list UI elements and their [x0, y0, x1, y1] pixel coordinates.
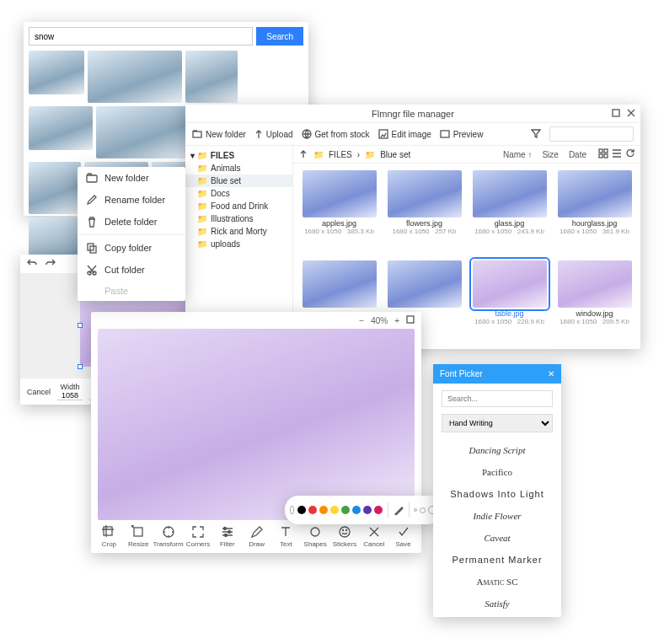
edit-image-button[interactable]: Edit image — [378, 129, 431, 139]
brush-color-swatch[interactable] — [319, 506, 328, 514]
svg-rect-16 — [134, 528, 142, 536]
tool-corners[interactable]: Corners — [184, 525, 213, 548]
brush-color-swatch[interactable] — [352, 506, 361, 514]
tool-cancel[interactable]: Cancel — [359, 525, 388, 548]
close-icon[interactable] — [627, 109, 635, 119]
brush-color-swatch[interactable] — [330, 506, 339, 514]
search-input[interactable] — [29, 27, 253, 46]
brush-color-swatch[interactable] — [308, 506, 317, 514]
brush-size-med[interactable] — [420, 507, 426, 513]
font-search-input[interactable] — [442, 390, 553, 407]
view-list-icon[interactable] — [612, 148, 622, 160]
brush-color-swatch[interactable] — [341, 506, 350, 514]
result-thumb[interactable] — [185, 51, 238, 103]
tool-resize[interactable]: Resize — [124, 525, 153, 548]
tool-text[interactable]: Text — [271, 525, 301, 548]
font-option[interactable]: Indie Flower — [433, 505, 561, 527]
preview-button[interactable]: Preview — [440, 129, 484, 139]
tool-draw[interactable]: Draw — [242, 525, 271, 548]
tool-shapes[interactable]: Shapes — [301, 525, 330, 548]
filter-input[interactable] — [549, 126, 634, 142]
svg-rect-13 — [604, 154, 608, 158]
sort-name[interactable]: Name ↑ — [503, 150, 532, 159]
undo-icon[interactable] — [27, 258, 37, 270]
zoom-value: 40% — [371, 316, 388, 325]
font-option[interactable]: Shadows Into Light — [433, 483, 561, 505]
tree-node[interactable]: 📁 Blue set — [185, 174, 292, 187]
svg-rect-0 — [87, 175, 97, 182]
zoom-in-icon[interactable]: + — [394, 316, 399, 325]
result-thumb[interactable] — [29, 51, 84, 94]
filter-icon[interactable] — [531, 128, 541, 140]
up-icon[interactable] — [298, 148, 308, 160]
font-option[interactable]: Satisfy — [433, 593, 561, 614]
maximize-icon[interactable] — [612, 109, 620, 119]
sort-size[interactable]: Size — [542, 150, 558, 159]
svg-point-24 — [345, 530, 346, 531]
font-option[interactable]: Caveat — [433, 527, 561, 549]
upload-button[interactable]: Upload — [254, 129, 293, 139]
tool-save[interactable]: Save — [388, 525, 418, 548]
editor-canvas[interactable] — [98, 329, 415, 520]
svg-rect-8 — [379, 130, 388, 138]
svg-rect-9 — [441, 131, 449, 137]
file-item[interactable]: window.jpg1680 x 1050 209.5 Kb — [555, 260, 634, 342]
ctx-rename-folder[interactable]: Rename folder — [78, 189, 185, 211]
window-title: Flmngr file manager — [372, 109, 454, 119]
breadcrumb[interactable]: Blue set — [380, 150, 410, 159]
svg-point-22 — [340, 527, 350, 537]
crop-width-input[interactable] — [57, 391, 83, 400]
result-thumb[interactable] — [96, 106, 190, 158]
fullscreen-icon[interactable] — [406, 315, 415, 325]
ctx-new-folder[interactable]: New folder — [78, 167, 185, 189]
tree-node[interactable]: 📁 uploads — [185, 238, 292, 250]
search-button[interactable]: Search — [256, 27, 303, 46]
tree-node[interactable]: 📁 Docs — [185, 187, 292, 200]
brush-color-swatch[interactable] — [374, 506, 383, 514]
brush-color-swatch[interactable] — [363, 506, 372, 514]
get-from-stock-button[interactable]: Get from stock — [302, 129, 370, 139]
new-folder-button[interactable]: New folder — [192, 129, 246, 139]
result-thumb[interactable] — [88, 51, 182, 103]
redo-icon[interactable] — [46, 258, 56, 270]
breadcrumb[interactable]: FILES — [329, 150, 352, 159]
color-none-icon[interactable] — [290, 506, 294, 514]
result-thumb[interactable] — [29, 106, 93, 150]
svg-point-18 — [223, 528, 226, 530]
font-option[interactable]: Dancing Script — [433, 439, 561, 461]
tool-stickers[interactable]: Stickers — [330, 525, 360, 548]
file-item[interactable]: hourglass.jpg1680 x 1050 361.9 Kb — [555, 170, 634, 252]
file-item[interactable]: table.jpg1680 x 1050 228.9 Kb — [470, 260, 549, 342]
font-category-select[interactable]: Hand Writing — [442, 414, 553, 432]
ctx-delete-folder[interactable]: Delete folder — [78, 211, 185, 233]
sort-date[interactable]: Date — [569, 150, 586, 159]
tree-node[interactable]: 📁 Food and Drink — [185, 200, 292, 212]
brush-color-swatch[interactable] — [297, 506, 306, 514]
font-option[interactable]: Permanent Marker — [433, 549, 561, 571]
file-item[interactable]: flowers.jpg1680 x 1050 257 Kb — [385, 170, 463, 252]
font-option[interactable]: Amatic SC — [433, 571, 561, 593]
file-item[interactable]: apples.jpg1680 x 1050 385.3 Kb — [300, 170, 378, 252]
ctx-paste: Paste — [78, 281, 185, 301]
result-thumb[interactable] — [29, 162, 81, 214]
tool-crop[interactable]: Crop — [94, 525, 124, 548]
cancel-button[interactable]: Cancel — [27, 388, 51, 396]
svg-rect-14 — [407, 316, 414, 323]
close-icon[interactable]: ✕ — [548, 369, 554, 378]
font-option[interactable]: Pacifico — [433, 461, 561, 483]
brush-type-icon[interactable] — [394, 505, 404, 516]
tree-node[interactable]: 📁 Animals — [185, 162, 292, 174]
tree-node[interactable]: 📁 Rick and Morty — [185, 225, 292, 238]
tree-root[interactable]: ▾ 📁 FILES — [185, 149, 292, 162]
tool-filter[interactable]: Filter — [212, 525, 242, 548]
brush-size-small[interactable] — [414, 508, 417, 512]
view-grid-icon[interactable] — [598, 148, 608, 160]
zoom-out-icon[interactable]: − — [359, 316, 364, 325]
tree-node[interactable]: 📁 Illustrations — [185, 212, 292, 225]
tool-transform[interactable]: Transform — [153, 525, 184, 548]
ctx-copy-folder[interactable]: Copy folder — [78, 237, 185, 259]
ctx-cut-folder[interactable]: Cut folder — [78, 259, 185, 281]
brush-popover — [285, 496, 442, 524]
refresh-icon[interactable] — [625, 148, 635, 160]
file-item[interactable]: glass.jpg1680 x 1050 243.9 Kb — [470, 170, 549, 252]
